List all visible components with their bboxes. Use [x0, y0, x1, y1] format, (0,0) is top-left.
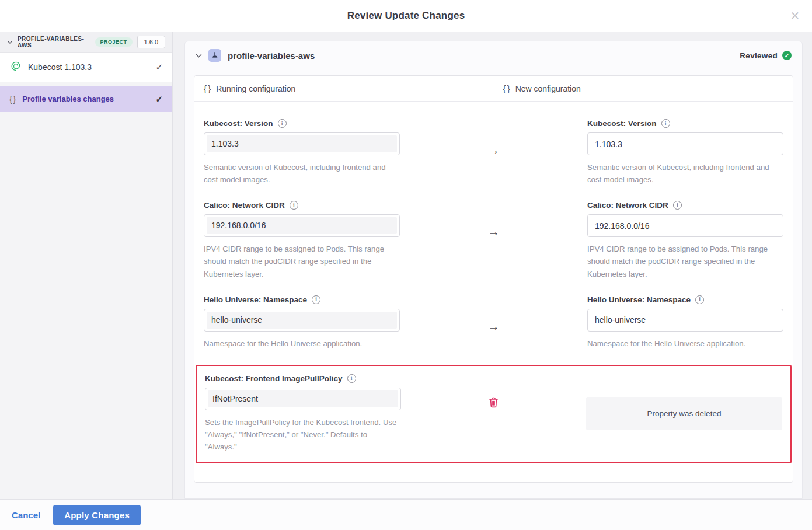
running-value-input: hello-universe	[204, 309, 400, 332]
arrow-right-icon: →	[488, 225, 500, 239]
field-row-hello-universe-namespace: Hello Universe: Namespace i hello-univer…	[194, 295, 793, 350]
apply-changes-button[interactable]: Apply Changes	[53, 505, 141, 525]
field-label: Kubecost: Version i	[204, 119, 400, 128]
new-value-input[interactable]	[587, 214, 783, 237]
close-icon[interactable]: ✕	[786, 7, 804, 25]
running-field: Calico: Network CIDR i 192.168.0.0/16 IP…	[204, 201, 400, 280]
profile-name-label: PROFILE-VARIABLES-AWS	[18, 36, 90, 48]
braces-icon: { }	[204, 83, 210, 93]
fields-area: Kubecost: Version i 1.103.3 Semantic ver…	[194, 102, 793, 463]
field-label-text: Kubecost: Frontend ImagePullPolicy	[205, 374, 343, 383]
dialog-header: Review Update Changes ✕	[0, 0, 812, 32]
dialog-footer: Cancel Apply Changes	[0, 499, 812, 530]
sidebar-item-profile-variables[interactable]: { } Profile variables changes ✓	[0, 86, 172, 112]
running-field: Hello Universe: Namespace i hello-univer…	[204, 295, 400, 350]
arrow-right-icon: →	[488, 320, 500, 333]
field-label-text: Calico: Network CIDR	[204, 201, 285, 210]
running-field: Kubecost: Frontend ImagePullPolicy i IfN…	[205, 374, 401, 453]
reviewed-label: Reviewed	[740, 51, 778, 60]
configuration-diff-card: { } Running configuration { } New config…	[194, 75, 793, 483]
running-value-text: hello-universe	[207, 312, 397, 329]
field-description: Semantic version of Kubecost, including …	[204, 161, 400, 186]
arrow-right-icon: →	[488, 144, 500, 157]
field-label: Kubecost: Frontend ImagePullPolicy i	[205, 374, 401, 383]
project-badge: PROJECT	[95, 37, 133, 47]
field-row-calico-cidr: Calico: Network CIDR i 192.168.0.0/16 IP…	[194, 201, 793, 280]
chevron-down-icon[interactable]	[196, 54, 202, 58]
kubecost-icon	[9, 60, 21, 74]
field-description: Namespace for the Hello Universe applica…	[587, 337, 783, 350]
new-value-input[interactable]	[587, 309, 783, 332]
cluster-profile-icon	[208, 49, 221, 62]
field-label-text: Calico: Network CIDR	[587, 201, 668, 210]
configuration-columns-header: { } Running configuration { } New config…	[194, 76, 793, 102]
braces-icon: { }	[9, 95, 15, 104]
running-value-input: 192.168.0.0/16	[204, 214, 400, 237]
new-value-input[interactable]	[587, 132, 783, 155]
change-indicator	[401, 374, 586, 453]
field-label-text: Hello Universe: Namespace	[587, 295, 691, 304]
running-value-text: 192.168.0.0/16	[207, 217, 397, 234]
field-label-text: Hello Universe: Namespace	[204, 295, 307, 304]
profile-review-card: profile-variables-aws Reviewed ✓ { } Run…	[184, 41, 803, 499]
cancel-button[interactable]: Cancel	[12, 510, 40, 520]
field-row-deleted-imagepullpolicy: Kubecost: Frontend ImagePullPolicy i IfN…	[196, 365, 792, 463]
running-configuration-title: Running configuration	[216, 84, 295, 93]
sidebar-item-kubecost[interactable]: Kubecost 1.103.3 ✓	[0, 53, 172, 82]
check-icon: ✓	[155, 62, 163, 72]
field-description: Namespace for the Hello Universe applica…	[204, 337, 400, 350]
accordion-header[interactable]: profile-variables-aws Reviewed ✓	[185, 41, 802, 69]
field-description: Sets the ImagePullPolicy for the Kubecos…	[205, 416, 401, 453]
change-indicator: →	[400, 119, 587, 186]
reviewed-check-icon: ✓	[782, 51, 792, 60]
new-field: Calico: Network CIDR i IPV4 CIDR range t…	[587, 201, 783, 280]
field-label: Calico: Network CIDR i	[587, 201, 783, 210]
info-icon[interactable]: i	[673, 201, 682, 210]
new-field: Kubecost: Version i Semantic version of …	[587, 119, 783, 186]
info-icon[interactable]: i	[347, 374, 356, 383]
info-icon[interactable]: i	[278, 119, 287, 128]
new-field: Hello Universe: Namespace i Namespace fo…	[587, 295, 783, 350]
sidebar: PROFILE-VARIABLES-AWS PROJECT 1.6.0 Kube…	[0, 32, 173, 499]
change-indicator: →	[400, 295, 587, 350]
deleted-property-cell: Property was deleted	[586, 374, 782, 453]
info-icon[interactable]: i	[312, 295, 320, 304]
change-indicator: →	[400, 201, 587, 280]
field-row-kubecost-version: Kubecost: Version i 1.103.3 Semantic ver…	[194, 119, 793, 186]
trash-icon[interactable]	[488, 396, 499, 410]
braces-icon: { }	[503, 83, 510, 93]
running-value-text: 1.103.3	[207, 135, 397, 152]
running-value-input: IfNotPresent	[205, 388, 401, 410]
field-description: IPV4 CIDR range to be assigned to Pods. …	[587, 243, 783, 280]
accordion-title: profile-variables-aws	[228, 51, 315, 61]
main-area: profile-variables-aws Reviewed ✓ { } Run…	[173, 32, 812, 499]
check-icon: ✓	[155, 94, 163, 104]
sidebar-profile-header[interactable]: PROFILE-VARIABLES-AWS PROJECT 1.6.0	[0, 32, 172, 53]
dialog-body: PROFILE-VARIABLES-AWS PROJECT 1.6.0 Kube…	[0, 32, 812, 499]
running-field: Kubecost: Version i 1.103.3 Semantic ver…	[204, 119, 400, 186]
field-label: Calico: Network CIDR i	[204, 201, 400, 210]
info-icon[interactable]: i	[661, 119, 670, 128]
new-configuration-title: New configuration	[515, 84, 581, 93]
field-label: Kubecost: Version i	[587, 119, 783, 128]
field-label: Hello Universe: Namespace i	[204, 295, 400, 304]
field-description: IPV4 CIDR range to be assigned to Pods. …	[204, 243, 400, 280]
field-description: Semantic version of Kubecost, including …	[587, 161, 783, 186]
profile-version-select[interactable]: 1.6.0	[137, 36, 165, 48]
info-icon[interactable]: i	[695, 295, 704, 304]
new-configuration-header: { } New configuration	[494, 76, 793, 101]
running-value-input: 1.103.3	[204, 132, 400, 155]
running-value-text: IfNotPresent	[208, 390, 398, 407]
sidebar-item-label: Profile variables changes	[22, 95, 114, 103]
sidebar-item-label: Kubecost 1.103.3	[28, 62, 92, 72]
field-label-text: Kubecost: Version	[204, 119, 273, 128]
chevron-down-icon	[7, 40, 13, 44]
dialog-title: Review Update Changes	[347, 10, 465, 22]
running-configuration-header: { } Running configuration	[194, 76, 494, 101]
info-icon[interactable]: i	[290, 201, 298, 210]
field-label-text: Kubecost: Version	[587, 119, 657, 128]
property-deleted-message: Property was deleted	[586, 397, 782, 430]
status-badge: Reviewed ✓	[740, 51, 792, 60]
field-label: Hello Universe: Namespace i	[587, 295, 783, 304]
